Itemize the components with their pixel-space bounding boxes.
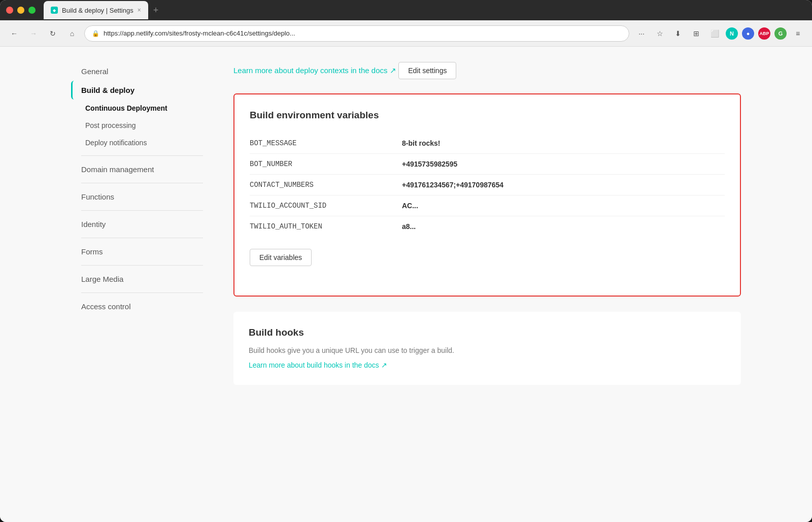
- sidebar-item-post-processing[interactable]: Post processing: [71, 117, 213, 134]
- sidebar-divider-1: [81, 155, 203, 156]
- env-value-twilio-auth-token: a8...: [402, 222, 416, 231]
- reload-button[interactable]: ↻: [46, 26, 60, 41]
- tab-title: Build & deploy | Settings: [62, 7, 133, 14]
- env-value-bot-number: +4915735982595: [402, 160, 457, 168]
- bookmark-icon[interactable]: ☆: [653, 26, 667, 41]
- env-row-bot-message: BOT_MESSAGE 8-bit rocks!: [250, 133, 725, 154]
- reader-icon[interactable]: ⬜: [707, 26, 722, 41]
- sidebar-item-deploy-notifications[interactable]: Deploy notifications: [71, 134, 213, 151]
- home-icon: ⌂: [70, 29, 74, 38]
- env-row-contact-numbers: CONTACT_NUMBERS +491761234567;+491709876…: [250, 175, 725, 195]
- edit-variables-button[interactable]: Edit variables: [250, 249, 312, 266]
- active-tab[interactable]: Build & deploy | Settings ×: [44, 1, 148, 19]
- sidebar-item-identity[interactable]: Identity: [71, 215, 213, 234]
- library-icon[interactable]: ⊞: [689, 26, 703, 41]
- sidebar-item-general[interactable]: General: [71, 62, 213, 81]
- build-hooks-description: Build hooks give you a unique URL you ca…: [249, 346, 726, 354]
- sidebar-item-forms[interactable]: Forms: [71, 242, 213, 261]
- page-content: General Build & deploy Continuous Deploy…: [0, 47, 812, 522]
- sidebar-item-large-media[interactable]: Large Media: [71, 270, 213, 288]
- grammarly-ext-icon[interactable]: G: [774, 27, 787, 40]
- address-bar[interactable]: 🔒 https://app.netlify.com/sites/frosty-m…: [84, 25, 629, 42]
- hamburger-menu-icon[interactable]: ≡: [791, 26, 805, 41]
- env-variables-card: Build environment variables BOT_MESSAGE …: [233, 93, 741, 297]
- sidebar-divider-5: [81, 265, 203, 266]
- tab-bar: Build & deploy | Settings × +: [44, 0, 806, 20]
- build-hooks-title: Build hooks: [249, 327, 726, 338]
- sidebar-item-domain-management[interactable]: Domain management: [71, 160, 213, 179]
- sidebar-item-access-control[interactable]: Access control: [71, 297, 213, 316]
- sidebar-item-build-deploy[interactable]: Build & deploy: [71, 81, 213, 100]
- env-value-twilio-account-sid: AC...: [402, 202, 418, 210]
- home-button[interactable]: ⌂: [65, 26, 79, 41]
- lock-icon: 🔒: [92, 30, 99, 37]
- dots-menu-icon[interactable]: ···: [634, 26, 649, 41]
- close-traffic-light[interactable]: [6, 7, 13, 14]
- forward-button[interactable]: →: [26, 26, 41, 41]
- env-value-bot-message: 8-bit rocks!: [402, 139, 440, 147]
- pocket-icon[interactable]: ⬇: [671, 26, 685, 41]
- new-tab-button[interactable]: +: [148, 5, 164, 16]
- env-variables-table: BOT_MESSAGE 8-bit rocks! BOT_NUMBER +491…: [250, 133, 725, 237]
- sidebar-item-continuous-deployment[interactable]: Continuous Deployment: [71, 100, 213, 117]
- browser-navbar: ← → ↻ ⌂ 🔒 https://app.netlify.com/sites/…: [0, 20, 812, 47]
- tab-favicon-icon: [51, 7, 58, 14]
- env-key-twilio-account-sid: TWILIO_ACCOUNT_SID: [250, 202, 402, 210]
- env-key-bot-number: BOT_NUMBER: [250, 160, 402, 168]
- sidebar-item-functions[interactable]: Functions: [71, 187, 213, 206]
- minimize-traffic-light[interactable]: [17, 7, 24, 14]
- env-row-bot-number: BOT_NUMBER +4915735982595: [250, 154, 725, 175]
- sidebar-divider-6: [81, 292, 203, 293]
- reload-icon: ↻: [50, 29, 56, 38]
- env-card-title: Build environment variables: [250, 110, 725, 121]
- maximize-traffic-light[interactable]: [28, 7, 36, 14]
- back-icon: ←: [11, 29, 18, 38]
- forward-icon: →: [30, 29, 37, 38]
- sidebar-divider-2: [81, 183, 203, 183]
- env-row-twilio-account-sid: TWILIO_ACCOUNT_SID AC...: [250, 195, 725, 216]
- sidebar-divider-4: [81, 238, 203, 238]
- tab-close-button[interactable]: ×: [138, 7, 141, 14]
- sidebar-divider-3: [81, 210, 203, 211]
- back-button[interactable]: ←: [7, 26, 21, 41]
- nav-right-icons: ··· ☆ ⬇ ⊞ ⬜ N ● ABP G ≡: [634, 26, 805, 41]
- edit-settings-button[interactable]: Edit settings: [398, 62, 456, 79]
- abp-ext-icon[interactable]: ABP: [758, 27, 770, 40]
- address-text: https://app.netlify.com/sites/frosty-mcl…: [104, 29, 622, 37]
- browser-titlebar: Build & deploy | Settings × +: [0, 0, 812, 20]
- env-value-contact-numbers: +491761234567;+49170987654: [402, 181, 503, 189]
- sidebar: General Build & deploy Continuous Deploy…: [71, 47, 213, 522]
- traffic-lights: [6, 7, 36, 14]
- learn-more-build-hooks-link[interactable]: Learn more about build hooks in the docs…: [249, 361, 387, 369]
- env-key-contact-numbers: CONTACT_NUMBERS: [250, 181, 402, 189]
- netlify-ext-icon[interactable]: N: [726, 27, 738, 40]
- ext-icon-1[interactable]: ●: [742, 27, 754, 40]
- learn-more-deploy-contexts-link[interactable]: Learn more about deploy contexts in the …: [233, 66, 396, 75]
- env-key-twilio-auth-token: TWILIO_AUTH_TOKEN: [250, 222, 402, 231]
- env-key-bot-message: BOT_MESSAGE: [250, 139, 402, 147]
- build-hooks-section: Build hooks Build hooks give you a uniqu…: [233, 312, 741, 385]
- env-row-twilio-auth-token: TWILIO_AUTH_TOKEN a8...: [250, 216, 725, 237]
- main-content: Learn more about deploy contexts in the …: [213, 47, 741, 522]
